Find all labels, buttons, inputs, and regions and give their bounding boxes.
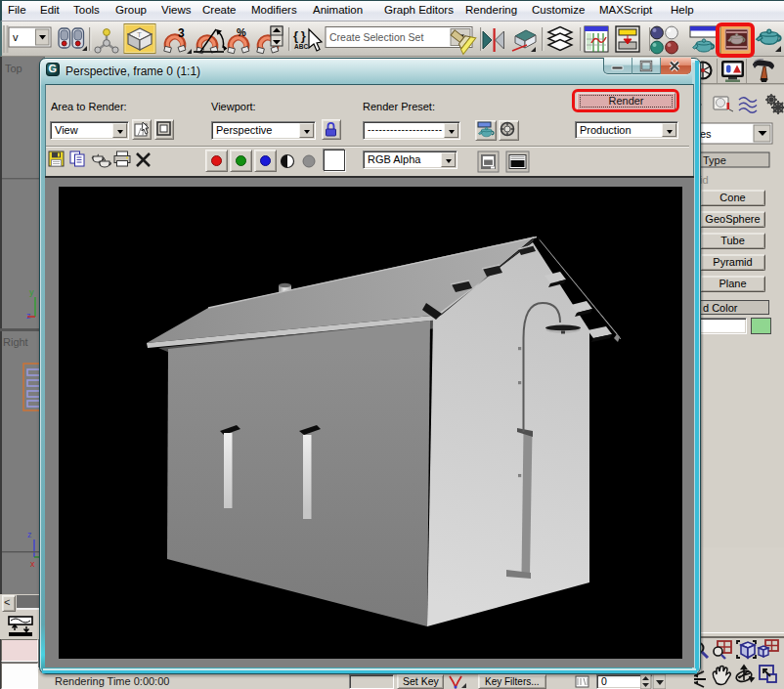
- svg-text:z: z: [26, 311, 31, 321]
- svg-text:Top: Top: [5, 63, 22, 74]
- svg-text:Create Selection Set: Create Selection Set: [329, 31, 423, 43]
- svg-text:T: T: [137, 30, 142, 39]
- svg-text:Type: Type: [703, 154, 726, 166]
- svg-text:ABC: ABC: [294, 43, 308, 50]
- svg-text:y: y: [29, 287, 34, 297]
- svg-text:v: v: [13, 31, 19, 43]
- svg-text:3: 3: [178, 26, 185, 40]
- svg-text:Right: Right: [3, 336, 28, 348]
- svg-text:z: z: [27, 530, 32, 539]
- svg-text:x: x: [30, 559, 35, 569]
- svg-text:%: %: [237, 26, 246, 38]
- svg-text:{ }: { }: [293, 28, 306, 43]
